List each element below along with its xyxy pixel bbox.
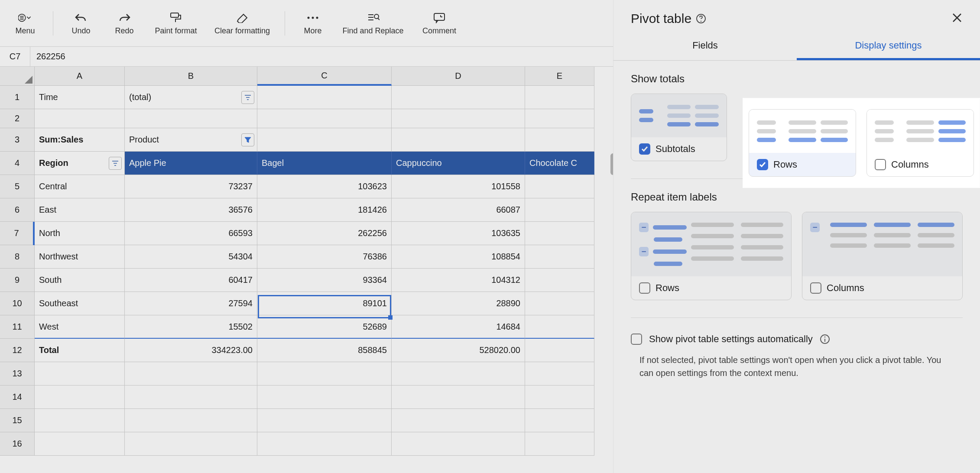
info-circle-icon[interactable]	[820, 334, 830, 344]
cell[interactable]	[125, 432, 257, 456]
cell[interactable]: Total	[35, 339, 125, 362]
cell[interactable]	[125, 386, 257, 409]
cell[interactable]	[392, 409, 525, 432]
cell[interactable]: South	[35, 269, 125, 292]
cell[interactable]: 104312	[392, 269, 525, 292]
col-header-b[interactable]: B	[125, 67, 257, 86]
cell[interactable]: 103623	[257, 175, 392, 198]
row-header[interactable]: 1	[0, 86, 35, 109]
cell[interactable]: 89101	[257, 292, 392, 315]
row-header[interactable]: 13	[0, 362, 35, 386]
cell[interactable]: 93364	[257, 269, 392, 292]
menu-button[interactable]: Menu	[5, 0, 45, 46]
tab-display-settings[interactable]: Display settings	[797, 33, 980, 60]
cell[interactable]: Chocolate C	[525, 152, 594, 175]
cell[interactable]: Region	[35, 152, 125, 175]
cell[interactable]: Bagel	[257, 152, 392, 175]
tab-fields[interactable]: Fields	[613, 33, 797, 60]
cell[interactable]: 15502	[125, 315, 257, 339]
row-header[interactable]: 7	[0, 222, 35, 245]
cell[interactable]	[392, 432, 525, 456]
cell[interactable]: Central	[35, 175, 125, 198]
cell[interactable]: (total)	[125, 86, 257, 109]
cell[interactable]	[125, 409, 257, 432]
col-header-d[interactable]: D	[392, 67, 525, 86]
cell[interactable]	[392, 128, 525, 152]
more-button[interactable]: More	[293, 0, 333, 46]
cell[interactable]: Southeast	[35, 292, 125, 315]
cell[interactable]	[525, 86, 594, 109]
filter-active-button[interactable]	[241, 133, 254, 146]
cell[interactable]	[525, 245, 594, 269]
repeat-rows-card[interactable]: − − Rows	[631, 212, 792, 300]
row-header[interactable]: 14	[0, 386, 35, 409]
filter-button[interactable]	[241, 91, 254, 104]
row-header[interactable]: 8	[0, 245, 35, 269]
close-panel-button[interactable]	[951, 12, 963, 26]
cell[interactable]: Cappuccino	[392, 152, 525, 175]
row-header[interactable]: 3	[0, 128, 35, 152]
cell[interactable]	[525, 109, 594, 128]
cell[interactable]: 36576	[125, 198, 257, 222]
cell[interactable]	[525, 339, 594, 362]
cell[interactable]: 103635	[392, 222, 525, 245]
row-header[interactable]: 2	[0, 109, 35, 128]
cell[interactable]: 101558	[392, 175, 525, 198]
cell[interactable]: 334223.00	[125, 339, 257, 362]
clear-formatting-button[interactable]: Clear formatting	[208, 0, 277, 46]
cell[interactable]: 54304	[125, 245, 257, 269]
undo-button[interactable]: Undo	[61, 0, 101, 46]
comment-button[interactable]: Comment	[413, 0, 465, 46]
cell[interactable]: 528020.00	[392, 339, 525, 362]
cell[interactable]: Time	[35, 86, 125, 109]
cell[interactable]	[35, 386, 125, 409]
cell[interactable]: North	[35, 222, 125, 245]
rows-totals-card[interactable]: Rows	[749, 109, 856, 177]
filter-button[interactable]	[109, 157, 122, 170]
row-header[interactable]: 15	[0, 409, 35, 432]
row-header[interactable]: 12	[0, 339, 35, 362]
row-header[interactable]: 9	[0, 269, 35, 292]
cell[interactable]	[525, 198, 594, 222]
cell[interactable]	[392, 362, 525, 386]
columns-totals-checkbox[interactable]	[875, 159, 886, 170]
cell[interactable]: Product	[125, 128, 257, 152]
cell[interactable]: 66087	[392, 198, 525, 222]
cell[interactable]	[257, 362, 392, 386]
cell[interactable]	[525, 432, 594, 456]
cell[interactable]	[525, 269, 594, 292]
cell[interactable]	[392, 109, 525, 128]
cell[interactable]	[257, 86, 392, 109]
cell[interactable]	[257, 109, 392, 128]
cell[interactable]: East	[35, 198, 125, 222]
cell[interactable]: Apple Pie	[125, 152, 257, 175]
cell-reference-box[interactable]: C7	[0, 47, 30, 66]
cell[interactable]	[392, 386, 525, 409]
cell[interactable]: Northwest	[35, 245, 125, 269]
col-header-c[interactable]: C	[257, 67, 392, 86]
cell[interactable]	[525, 222, 594, 245]
cell[interactable]	[525, 175, 594, 198]
paint-format-button[interactable]: Paint format	[148, 0, 204, 46]
col-header-a[interactable]: A	[35, 67, 125, 86]
cell[interactable]	[257, 386, 392, 409]
cell[interactable]: West	[35, 315, 125, 339]
redo-button[interactable]: Redo	[104, 0, 144, 46]
cell[interactable]: 66593	[125, 222, 257, 245]
cell-active[interactable]: 262256	[257, 222, 392, 245]
col-header-e[interactable]: E	[525, 67, 594, 86]
row-header[interactable]: 5	[0, 175, 35, 198]
cell[interactable]	[35, 409, 125, 432]
repeat-columns-card[interactable]: − Columns	[802, 212, 963, 300]
cell[interactable]: 76386	[257, 245, 392, 269]
cell[interactable]: Sum:Sales	[35, 128, 125, 152]
cell[interactable]: 108854	[392, 245, 525, 269]
auto-show-checkbox[interactable]	[631, 334, 642, 345]
cell[interactable]	[525, 128, 594, 152]
cell[interactable]	[257, 409, 392, 432]
cell[interactable]	[125, 362, 257, 386]
cell[interactable]	[35, 109, 125, 128]
select-all-corner[interactable]	[0, 67, 35, 86]
row-header[interactable]: 10	[0, 292, 35, 315]
row-header[interactable]: 6	[0, 198, 35, 222]
